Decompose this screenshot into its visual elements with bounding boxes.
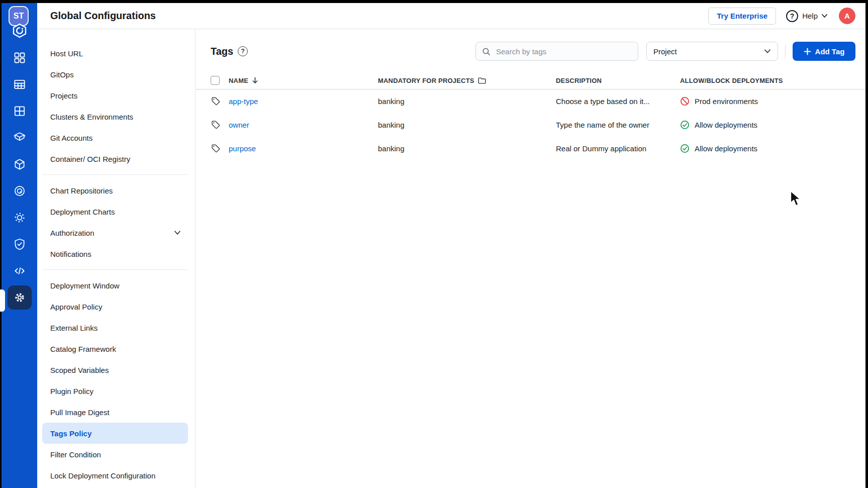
chevron-down-icon [174, 230, 181, 236]
sort-descending-icon [252, 77, 258, 84]
devtron-badge-icon [12, 23, 27, 38]
sidebar-item-filter-condition[interactable]: Filter Condition [42, 444, 188, 465]
tags-controls: Project Add Tag [475, 42, 855, 61]
column-header-allow-block[interactable]: ALLOW/BLOCK DEPLOYMENTS [680, 77, 855, 84]
help-menu-label: Help [802, 12, 818, 20]
toolbar-divider [785, 45, 786, 58]
mandatory-projects-cell: banking [378, 144, 556, 153]
deployment-status-text: Allow deployments [695, 144, 757, 153]
sidebar-divider [42, 174, 188, 175]
tags-policy-content: Tags ? Project Add Tag [196, 30, 865, 488]
sidebar-item-notifications[interactable]: Notifications [42, 243, 188, 264]
sidebar-item-catalog-framework[interactable]: Catalog Framework [42, 338, 188, 359]
tag-icon [211, 143, 221, 154]
top-header: Global Configurations Try Enterprise ? H… [37, 3, 865, 29]
tags-help-icon[interactable]: ? [238, 46, 248, 56]
rail-chart-store-icon[interactable] [8, 126, 32, 150]
rail-app-group-icon[interactable] [8, 72, 32, 96]
column-header-mandatory[interactable]: MANDATORY FOR PROJECTS [378, 77, 556, 84]
sidebar-item-container-oci-registry[interactable]: Container/ OCI Registry [42, 148, 188, 169]
table-row[interactable]: app-type banking Choose a type based on … [196, 89, 865, 113]
rail-shield-check-icon[interactable] [8, 232, 32, 256]
chevron-down-icon [764, 48, 771, 54]
project-filter-dropdown[interactable]: Project [646, 42, 778, 61]
mandatory-projects-cell: banking [378, 97, 556, 106]
sidebar-item-external-links[interactable]: External Links [42, 317, 188, 338]
deployment-status-text: Allow deployments [695, 121, 757, 129]
tag-name-link[interactable]: app-type [229, 97, 258, 106]
sidebar-item-approval-policy[interactable]: Approval Policy [42, 296, 188, 317]
description-cell: Real or Dummy application [556, 144, 680, 153]
column-header-description[interactable]: DESCRIPTION [556, 77, 680, 84]
sidebar-item-chart-repositories[interactable]: Chart Repositories [42, 180, 188, 201]
frame-edge-top [0, 0, 868, 3]
sidebar-item-scoped-variables[interactable]: Scoped Variables [42, 359, 188, 380]
sidebar-item-authorization-label: Authorization [50, 229, 94, 237]
column-header-name[interactable]: NAME [229, 77, 378, 84]
sidebar-item-pull-image-digest[interactable]: Pull Image Digest [42, 402, 188, 423]
rail-settings-gear-icon[interactable] [8, 285, 32, 310]
sidebar-item-gitops[interactable]: GitOps [42, 64, 188, 85]
mandatory-projects-cell: banking [378, 121, 556, 129]
block-icon [680, 96, 690, 106]
avatar[interactable]: A [839, 8, 855, 24]
active-rail-indicator [0, 289, 5, 312]
primary-icon-sidebar: ST [2, 0, 37, 488]
sidebar-item-plugin-policy[interactable]: Plugin Policy [42, 380, 188, 402]
help-icon: ? [786, 10, 798, 22]
select-all-checkbox[interactable] [211, 76, 220, 85]
allow-check-icon [680, 120, 690, 130]
sidebar-item-clusters-environments[interactable]: Clusters & Environments [42, 106, 188, 127]
sidebar-item-lock-deployment-configuration[interactable]: Lock Deployment Configuration [42, 465, 188, 486]
plus-icon [804, 48, 811, 55]
section-title: Tags [211, 46, 233, 57]
rail-code-icon[interactable] [8, 259, 32, 283]
frame-edge-right [865, 0, 868, 488]
add-tag-button[interactable]: Add Tag [793, 42, 855, 61]
frame-edge-left [0, 0, 2, 488]
rail-apps-grid-icon[interactable] [8, 46, 32, 70]
rail-job-gear-icon[interactable] [8, 206, 32, 230]
sidebar-item-deployment-window[interactable]: Deployment Window [42, 275, 188, 296]
table-row[interactable]: owner banking Type the name of the owner… [196, 113, 865, 137]
sidebar-item-host-url[interactable]: Host URL [42, 43, 188, 64]
try-enterprise-button[interactable]: Try Enterprise [708, 8, 776, 25]
folder-icon [478, 77, 486, 84]
description-cell: Choose a type based on it... [556, 97, 680, 106]
tags-title-group: Tags ? [211, 46, 248, 57]
rail-window-grid-icon[interactable] [8, 99, 32, 123]
global-config-sidebar: Host URL GitOps Projects Clusters & Envi… [37, 30, 196, 488]
sidebar-item-git-accounts[interactable]: Git Accounts [42, 127, 188, 148]
search-input[interactable] [495, 47, 632, 56]
sidebar-item-deployment-charts[interactable]: Deployment Charts [42, 201, 188, 222]
tag-icon [211, 96, 221, 107]
tag-name-link[interactable]: owner [229, 121, 249, 129]
sidebar-item-authorization[interactable]: Authorization [42, 222, 188, 243]
rail-package-cube-icon[interactable] [8, 152, 32, 176]
tag-name-link[interactable]: purpose [229, 144, 256, 153]
chevron-down-icon [821, 13, 828, 19]
app-window: ST [0, 0, 868, 488]
add-tag-label: Add Tag [815, 47, 845, 56]
table-row[interactable]: purpose banking Real or Dummy applicatio… [196, 137, 865, 160]
search-icon [482, 47, 491, 56]
sidebar-item-projects[interactable]: Projects [42, 85, 188, 106]
description-cell: Type the name of the owner [556, 121, 680, 129]
allow-check-icon [680, 144, 690, 153]
rail-target-icon[interactable] [8, 179, 32, 203]
project-filter-value: Project [653, 47, 677, 56]
sidebar-divider [42, 269, 188, 270]
tags-toolbar: Tags ? Project Add Tag [211, 42, 855, 61]
search-box [475, 42, 638, 61]
tags-table-header: NAME MANDATORY FOR PROJECTS DESCRIPTION … [196, 72, 865, 89]
help-menu[interactable]: ? Help [786, 10, 828, 22]
deployment-status-text: Prod environments [695, 97, 758, 106]
tag-icon [211, 120, 221, 130]
page-title: Global Configurations [50, 10, 156, 22]
app-logo[interactable]: ST [2, 5, 37, 41]
header-actions: Try Enterprise ? Help A [708, 8, 855, 25]
sidebar-item-tags-policy[interactable]: Tags Policy [42, 423, 188, 444]
